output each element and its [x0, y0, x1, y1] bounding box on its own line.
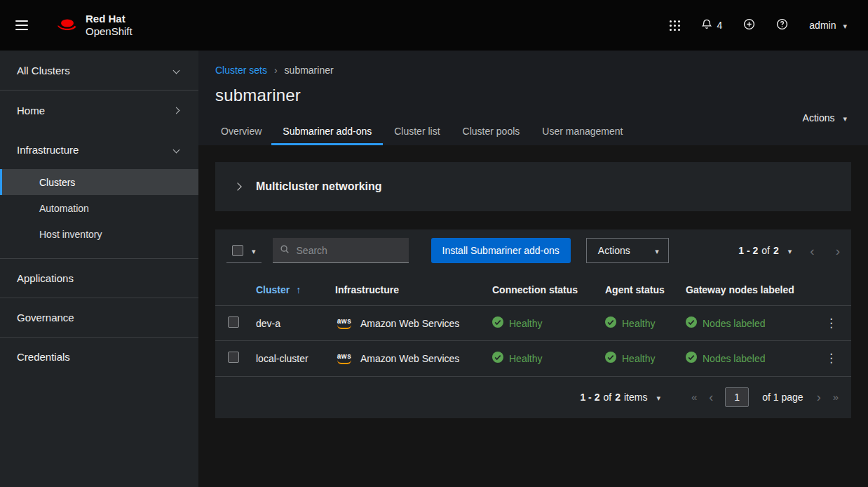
page-body: Multicluster networking — [198, 145, 868, 487]
sidebar-item-label: Credentials — [17, 351, 70, 363]
pagination-range: 1 - 2 — [580, 392, 599, 403]
sidebar-item-applications[interactable]: Applications — [0, 258, 198, 298]
tab-bar: Overview Submariner add-ons Cluster list… — [215, 119, 851, 145]
tab-submariner-add-ons[interactable]: Submariner add-ons — [271, 119, 383, 145]
row-checkbox[interactable] — [228, 352, 239, 363]
check-circle-icon — [686, 316, 697, 330]
page-actions-label: Actions — [803, 112, 835, 124]
sidebar-item-label: Applications — [17, 272, 74, 284]
create-button[interactable] — [743, 18, 755, 32]
check-circle-icon — [605, 352, 616, 365]
aws-icon: aws — [335, 353, 353, 364]
brand-logo[interactable]: Red Hat OpenShift — [52, 13, 133, 38]
table-row: local-cluster aws Amazon Web Services — [215, 341, 851, 376]
page-actions-dropdown[interactable]: Actions — [803, 112, 847, 124]
sidebar-item-credentials[interactable]: Credentials — [0, 337, 198, 376]
table-actions-dropdown[interactable]: Actions — [586, 238, 669, 263]
pagination-total: 2 — [615, 392, 621, 403]
sidebar: All Clusters Home Infrastructure Cluster… — [0, 51, 198, 487]
notification-count: 4 — [717, 20, 723, 31]
row-kebab-menu[interactable] — [820, 349, 843, 367]
caret-down-icon — [788, 245, 792, 256]
next-page-button[interactable] — [836, 244, 840, 258]
next-page-button[interactable] — [817, 391, 821, 403]
search-icon — [280, 244, 290, 256]
breadcrumb-separator-icon — [274, 65, 278, 76]
pagination-items-label: items — [624, 392, 647, 403]
aws-icon: aws — [335, 318, 353, 329]
sort-ascending-icon — [296, 284, 301, 295]
question-circle-icon — [776, 18, 788, 32]
sidebar-item-label: Clusters — [39, 177, 75, 188]
column-header-cluster: Cluster — [256, 284, 290, 295]
column-header-gateway-nodes: Gateway nodes labeled — [677, 274, 811, 306]
check-circle-icon — [492, 316, 503, 330]
cluster-name: local-cluster — [247, 341, 327, 376]
page-title: submariner — [215, 86, 851, 105]
bulk-select-checkbox[interactable] — [232, 245, 243, 256]
gateway-status: Nodes labeled — [703, 353, 766, 364]
submariner-table-card: Install Submariner add-ons Actions 1 - 2… — [215, 229, 851, 418]
caret-down-icon — [843, 20, 847, 31]
chevron-right-icon — [173, 107, 180, 114]
sidebar-item-label: Automation — [39, 203, 89, 214]
pagination-items-toggle[interactable]: 1 - 2 of 2 items — [580, 392, 660, 403]
pagination-bottom: 1 - 2 of 2 items of 1 page — [215, 376, 851, 418]
sidebar-item-home[interactable]: Home — [0, 91, 198, 130]
main-content: Cluster sets submariner submariner Actio… — [198, 51, 868, 487]
first-page-button[interactable] — [691, 392, 697, 402]
pagination-range: 1 - 2 — [738, 245, 758, 256]
sidebar-item-governance[interactable]: Governance — [0, 298, 198, 337]
user-menu[interactable]: admin — [809, 20, 847, 31]
bulk-select-dropdown[interactable] — [226, 239, 262, 263]
nav-toggle-button[interactable] — [0, 0, 43, 51]
check-circle-icon — [492, 352, 503, 365]
breadcrumb-link-cluster-sets[interactable]: Cluster sets — [215, 65, 267, 76]
current-page-input[interactable] — [725, 387, 749, 407]
search-input[interactable] — [295, 244, 402, 257]
sidebar-item-label: Infrastructure — [17, 144, 79, 156]
sidebar-item-host-inventory[interactable]: Host inventory — [0, 221, 198, 247]
sidebar-item-clusters[interactable]: Clusters — [0, 169, 198, 195]
last-page-button[interactable] — [833, 392, 839, 402]
gateway-status: Nodes labeled — [703, 318, 766, 329]
column-header-agent-status: Agent status — [597, 274, 677, 306]
column-header-connection-status: Connection status — [484, 274, 597, 306]
multicluster-networking-expander[interactable]: Multicluster networking — [215, 162, 851, 211]
app-launcher-button[interactable] — [670, 20, 680, 31]
help-button[interactable] — [776, 18, 788, 32]
agent-status: Healthy — [622, 318, 655, 329]
page-count-label: of 1 page — [762, 392, 803, 402]
provider-name: Amazon Web Services — [360, 318, 459, 329]
page-header: Cluster sets submariner submariner Actio… — [198, 51, 868, 145]
bell-icon — [701, 18, 712, 32]
pagination-total: 2 — [773, 245, 779, 256]
sidebar-item-label: Host inventory — [39, 229, 102, 240]
prev-page-button[interactable] — [810, 244, 814, 258]
infrastructure-subnav: Clusters Automation Host inventory — [0, 169, 198, 247]
tab-overview[interactable]: Overview — [215, 119, 271, 145]
sidebar-item-label: Home — [17, 105, 45, 116]
cluster-perspective-switcher[interactable]: All Clusters — [0, 51, 198, 91]
prev-page-button[interactable] — [709, 391, 713, 403]
chevron-right-icon — [233, 182, 241, 190]
install-submariner-button[interactable]: Install Submariner add-ons — [431, 238, 571, 263]
sort-by-cluster-button[interactable]: Cluster — [256, 284, 301, 295]
row-kebab-menu[interactable] — [820, 314, 843, 332]
tab-user-management[interactable]: User management — [531, 119, 634, 145]
notifications-button[interactable]: 4 — [701, 18, 723, 32]
pagination-of-label: of — [761, 245, 770, 256]
sidebar-item-infrastructure[interactable]: Infrastructure — [0, 130, 198, 169]
breadcrumb: Cluster sets submariner — [215, 65, 851, 76]
pagination-menu-toggle[interactable]: 1 - 2 of 2 — [738, 245, 792, 256]
sidebar-item-automation[interactable]: Automation — [0, 195, 198, 221]
hamburger-icon — [15, 18, 28, 33]
tab-cluster-pools[interactable]: Cluster pools — [452, 119, 531, 145]
cluster-name: dev-a — [247, 306, 327, 341]
tab-cluster-list[interactable]: Cluster list — [383, 119, 451, 145]
caret-down-icon — [252, 245, 256, 256]
username: admin — [809, 20, 836, 31]
header-actions-cell — [811, 274, 851, 306]
brand-line1: Red Hat — [86, 13, 133, 25]
row-checkbox[interactable] — [228, 316, 239, 328]
